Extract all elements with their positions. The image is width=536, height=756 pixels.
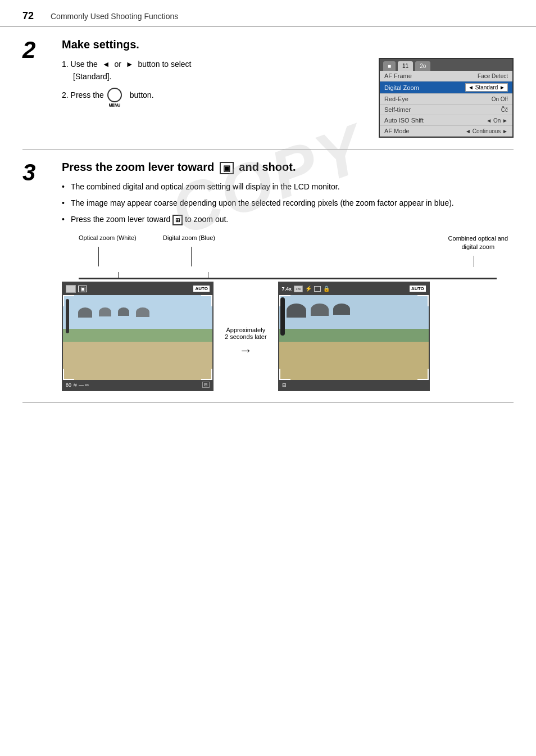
menu-row-auto-iso: Auto ISO Shift ◄ On ► <box>380 115 512 126</box>
step-2-number: 2 <box>22 38 56 138</box>
bullet-3: Press the zoom lever toward ⊞ to zoom ou… <box>62 214 514 225</box>
corner-tl-2 <box>279 295 290 306</box>
menu-tab-1: ■ <box>383 61 396 71</box>
step-2-title: Make settings. <box>62 38 514 51</box>
step-3-content: Press the zoom lever toward ▣ and shoot.… <box>56 161 514 391</box>
screen-2-top-bar: 7.4x 150 ⚡ 🔒 AUTO <box>279 283 429 295</box>
zoom-value-display: 7.4x <box>282 286 292 292</box>
auto-badge-2: AUTO <box>410 286 426 292</box>
menu-row-af-frame: AF Frame Face Detect <box>380 71 512 82</box>
screen-1: ▣ AUTO 80 ≋ — ∞ ⊟ <box>62 282 214 391</box>
optical-tick <box>118 272 119 278</box>
af-mode-label: AF Mode <box>384 128 465 134</box>
af-frame-value: Face Detect <box>478 73 508 79</box>
zoom-diagram: Optical zoom (White) Digital zoom (Blue)… <box>62 234 514 391</box>
left-arrow-icon: ◄ <box>102 58 110 70</box>
instruction-2-prefix: 2. Press the <box>62 89 104 101</box>
instruction-1-or: or <box>114 60 121 69</box>
self-timer-label: Self-timer <box>384 106 501 113</box>
arrow-right-icon: → <box>239 342 252 358</box>
rect-icon <box>314 286 321 292</box>
step-2-instructions: 1. Use the ◄ or ► button to select [Stan… <box>62 58 367 107</box>
screen-2: 7.4x 150 ⚡ 🔒 AUTO ⊟ <box>278 282 430 391</box>
step-3-title-suffix: and shoot. <box>239 161 296 173</box>
self-timer-value: Čč <box>501 107 508 113</box>
digital-zoom-label: Digital Zoom <box>384 84 465 91</box>
page-number: 72 <box>22 10 39 22</box>
instruction-1-value: [Standard]. <box>62 72 112 81</box>
screen-2-bottom-bar: ⊟ <box>279 380 429 390</box>
corner-tr-2 <box>417 295 429 306</box>
corner-bl-2 <box>279 369 290 380</box>
step-3-title: Press the zoom lever toward ▣ and shoot. <box>62 161 514 174</box>
camera-menu: ■ 11 2o AF Frame Face Detect Digital Zoo <box>379 58 514 138</box>
step-2-content: Make settings. 1. Use the ◄ or ► button … <box>56 38 514 138</box>
screen-2-bottom-text: ⊟ <box>282 382 287 388</box>
instruction-2: 2. Press the MENU button. <box>62 88 367 102</box>
step-3-number: 3 <box>22 161 56 391</box>
steps-container: 2 Make settings. 1. Use the ◄ or ► butto… <box>0 27 536 403</box>
optical-line <box>98 247 99 266</box>
page-header: 72 Commonly Used Shooting Functions <box>0 0 536 27</box>
flash-icon: ⚡ <box>305 286 312 292</box>
step-3-title-text: Press the zoom lever toward <box>62 161 214 173</box>
photo-icon-1: ▣ <box>78 286 87 292</box>
menu-row-digital-zoom: Digital Zoom ◄ Standard ► <box>380 82 512 94</box>
corner-tr-1 <box>201 295 212 306</box>
lock-icon: 🔒 <box>323 286 330 292</box>
red-eye-label: Red-Eye <box>384 96 492 102</box>
auto-iso-label: Auto ISO Shift <box>384 117 486 124</box>
corner-bl-1 <box>63 369 74 380</box>
zoom-out-icon: ⊞ <box>172 215 183 225</box>
instruction-1-suffix: button to select <box>138 60 192 69</box>
digital-zoom-label: Digital zoom (Blue) <box>163 234 215 241</box>
screen-1-bottom-text: 80 ≋ — ∞ <box>66 382 89 388</box>
step-2-inner: 1. Use the ◄ or ► button to select [Stan… <box>62 58 514 138</box>
screen-1-wrap: ▣ AUTO 80 ≋ — ∞ ⊟ <box>62 282 214 391</box>
menu-row-af-mode: AF Mode ◄ Continuous ► <box>380 126 512 137</box>
step-3-body: The combined digital and optical zoom se… <box>62 181 514 391</box>
menu-button-icon: MENU <box>107 88 122 102</box>
corner-tl-1 <box>63 295 74 306</box>
af-mode-value: ◄ Continuous ► <box>465 128 508 134</box>
arrow-between: Approximately2 seconds later → <box>225 282 267 358</box>
combined-line <box>474 256 474 267</box>
instruction-2-suffix: button. <box>130 89 154 101</box>
instruction-1-prefix: 1. Use the <box>62 60 98 69</box>
step-3-block: 3 Press the zoom lever toward ▣ and shoo… <box>22 150 514 403</box>
auto-badge-1: AUTO <box>193 286 210 292</box>
corner-br-1 <box>201 369 212 380</box>
optical-zoom-label: Optical zoom (White) <box>79 234 137 241</box>
bullet-2: The image may appear coarse depending up… <box>62 197 514 209</box>
menu-tab-2: 11 <box>398 61 413 71</box>
page-container: COPY 72 Commonly Used Shooting Functions… <box>0 0 536 756</box>
right-arrow-icon: ► <box>126 58 134 70</box>
ruler-bar <box>79 278 497 279</box>
digital-line <box>191 247 192 266</box>
menu-row-self-timer: Self-timer Čč <box>380 105 512 115</box>
screen-1-top-bar: ▣ AUTO <box>63 283 212 295</box>
af-frame-label: AF Frame <box>384 73 478 79</box>
menu-row-red-eye: Red-Eye On Off <box>380 94 512 105</box>
auto-iso-value: ◄ On ► <box>486 117 508 124</box>
beach-scene-1 <box>63 295 212 380</box>
screen-1-bottom-bar: 80 ≋ — ∞ ⊟ <box>63 380 212 390</box>
approx-label: Approximately2 seconds later <box>225 327 267 340</box>
screen-2-wrap: 7.4x 150 ⚡ 🔒 AUTO ⊟ <box>278 282 430 391</box>
step-2-block: 2 Make settings. 1. Use the ◄ or ► butto… <box>22 27 514 150</box>
bullet-1: The combined digital and optical zoom se… <box>62 181 514 193</box>
grid-icon-1 <box>66 285 76 293</box>
instruction-1: 1. Use the ◄ or ► button to select [Stan… <box>62 58 367 83</box>
beach-scene-2 <box>279 295 429 380</box>
corner-br-2 <box>417 369 429 380</box>
bullet-list: The combined digital and optical zoom se… <box>62 181 514 225</box>
menu-rows: AF Frame Face Detect Digital Zoom ◄ Stan… <box>380 71 512 137</box>
zoom-icon-inline: ▣ <box>220 162 234 174</box>
menu-tab-3: 2o <box>415 61 430 71</box>
screen-1-battery: ⊟ <box>202 382 210 388</box>
red-eye-value: On Off <box>492 96 508 102</box>
menu-tabs: ■ 11 2o <box>380 59 512 71</box>
header-title: Commonly Used Shooting Functions <box>51 12 178 21</box>
digital-zoom-value: ◄ Standard ► <box>465 83 508 92</box>
iso-icon: 150 <box>294 286 303 292</box>
